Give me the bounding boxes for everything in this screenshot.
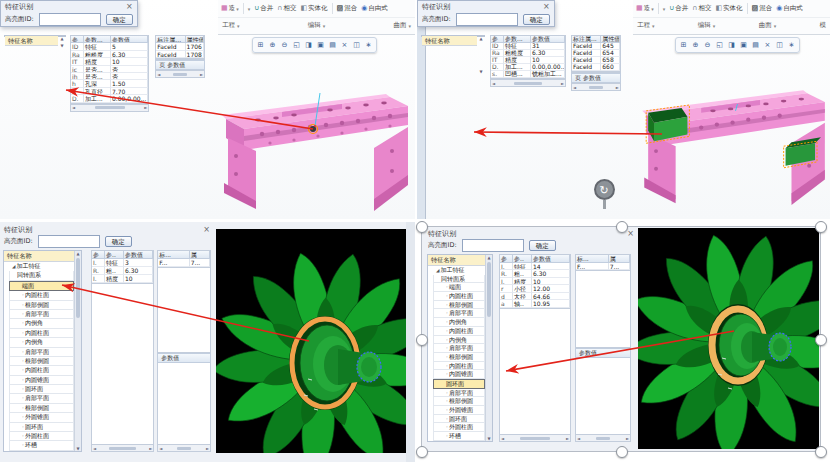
zoom-out-icon[interactable]: ⊖ [279,39,290,51]
tree-item[interactable]: 内圆锥面 [433,370,485,379]
tree-item[interactable]: 内圆柱面 [9,366,74,375]
tree-item[interactable]: 端面 [433,283,485,292]
box-zoom-icon[interactable]: ⊞ [678,39,689,51]
h-scrollbar[interactable]: ◄► [499,435,571,442]
tree-item[interactable]: 肩部平面 [433,344,485,353]
selection-handle[interactable] [416,221,428,233]
saved-views-icon[interactable]: ◨ [726,39,737,51]
tree-item[interactable]: 内圆柱面 [433,292,485,301]
tree-item[interactable]: 肩部平面 [433,389,485,398]
tree-item[interactable]: 圆环面 [433,379,485,389]
pink-part-model[interactable] [222,53,415,216]
tree-item[interactable]: 肩部平面 [9,394,74,403]
tree-item[interactable]: 根部倒圆 [433,353,485,362]
intersect-button[interactable]: ∩相交 [692,4,711,13]
feature-tree[interactable]: 加工特征回转面系端面内圆柱面根部倒圆肩部平面内倒角内圆柱面内倒角肩部平面根部倒圆… [4,262,74,451]
layers-icon[interactable]: ◫ [351,39,362,51]
tree-item[interactable]: 内倒角 [9,338,74,347]
layers-icon[interactable]: ◫ [774,39,785,51]
group-surfaces[interactable]: 曲面▾ [393,21,411,30]
saved-views-icon[interactable]: ◨ [303,39,314,51]
tree-item[interactable]: 根部倒圆 [433,301,485,310]
tree-item[interactable]: 根部倒圆 [9,301,74,310]
selection-handle[interactable] [815,221,827,233]
pink-part-model-pockets[interactable] [642,50,830,210]
ok-button[interactable]: 确定 [106,14,133,25]
csys-icon[interactable]: ∗ [786,39,797,51]
shape-tool[interactable]: ▦造▾ [221,4,239,13]
tree-item[interactable]: 环槽 [433,432,485,441]
3d-viewport[interactable] [638,228,819,449]
tree-scrollbar[interactable]: ▲▼ [74,251,81,451]
refit-icon[interactable]: ◱ [714,39,725,51]
tree-item[interactable]: 外圆锥面 [433,406,485,415]
tree-scrollbar[interactable]: ▲▼ [485,255,492,441]
close-icon[interactable]: × [627,230,634,238]
zoom-in-icon[interactable]: ⊕ [267,39,278,51]
merge-button[interactable]: ∪合并 [254,4,273,13]
solidify-button[interactable]: ◧实体化 [300,4,327,13]
turbine-model[interactable] [638,228,819,449]
group-engineering[interactable]: 工程▾ [222,21,240,30]
tree-item[interactable]: 加工特征 [9,262,74,271]
ok-button[interactable]: 确定 [105,236,132,247]
display-style-icon[interactable]: ▣ [315,39,326,51]
h-scrollbar[interactable]: ◄► [575,435,631,442]
group-editing[interactable]: 编辑▾ [698,21,716,30]
close-icon[interactable]: × [203,226,210,234]
zoom-in-icon[interactable]: ⊕ [690,39,701,51]
tree-item[interactable]: 内圆锥面 [9,376,74,385]
tree-item[interactable]: 内圆柱面 [9,291,74,300]
freestyle-button[interactable]: ◉自由式 [361,4,388,13]
display-style-icon[interactable]: ▣ [738,39,749,51]
tree-item[interactable]: 环槽 [9,441,74,450]
group-editing[interactable]: 编辑▾ [308,21,326,30]
csys-icon[interactable]: ∗ [363,39,374,51]
tree-item[interactable]: 圆环面 [433,415,485,424]
zoom-out-icon[interactable]: ⊖ [702,39,713,51]
h-scrollbar[interactable]: ◄► [70,105,149,112]
tree-item[interactable]: 内圆柱面 [433,362,485,371]
appearance-icon[interactable]: ▤ [327,39,338,51]
group-engineering[interactable]: 工程▾ [637,21,655,30]
tree-item[interactable]: 肩部平面 [9,310,74,319]
feature-tree[interactable]: 加工特征回转面系端面内圆柱面根部倒圆肩部平面内倒角内圆柱面内倒角肩部平面根部倒圆… [428,266,485,441]
shape-tool[interactable]: ▦造▾ [636,4,654,13]
highlight-id-input[interactable] [462,239,524,252]
tree-item[interactable]: 内倒角 [433,318,485,327]
tree-item[interactable]: 肩部平面 [9,348,74,357]
tree-item[interactable]: 外圆锥面 [9,413,74,422]
no-hidden-icon[interactable]: × [762,39,773,51]
appearance-icon[interactable]: ▤ [750,39,761,51]
selection-handle[interactable] [616,446,628,458]
freestyle-button[interactable]: ◉自由式 [776,4,803,13]
intersect-button[interactable]: ∩相交 [277,4,296,13]
h-scrollbar[interactable]: ◄► [155,71,205,78]
selection-handle[interactable] [815,446,827,458]
3d-viewport[interactable] [216,229,406,453]
tree-item[interactable]: 内圆柱面 [9,329,74,338]
highlight-id-input[interactable] [39,13,101,26]
group-overflow[interactable]: 模 [819,21,826,30]
selection-handle[interactable] [616,221,628,233]
selection-handle[interactable] [416,446,428,458]
h-scrollbar[interactable]: ◄► [490,80,566,87]
refit-icon[interactable]: ◱ [291,39,302,51]
tree-item[interactable]: 圆环面 [9,423,74,432]
tree-item[interactable]: 根部倒圆 [433,397,485,406]
ok-button[interactable]: 确定 [523,14,550,25]
tree-item[interactable]: 外圆柱面 [433,423,485,432]
selection-handle[interactable] [416,334,428,346]
h-scrollbar[interactable]: ◄► [157,445,211,452]
tree-item[interactable]: 肩部平面 [433,309,485,318]
tree-item[interactable]: 回转面系 [433,275,485,284]
tree-item[interactable]: 端面 [9,281,74,291]
blend-button[interactable]: ▨混合 [337,4,358,13]
tree-item[interactable]: 回转面系 [9,271,74,280]
tree-item[interactable]: 外圆柱面 [9,432,74,441]
no-hidden-icon[interactable]: × [339,39,350,51]
highlighted-hole[interactable] [310,126,316,132]
merge-button[interactable]: ∪合并 [669,4,688,13]
group-surfaces[interactable]: 曲面▾ [759,21,777,30]
tree-item[interactable]: 根部倒圆 [9,404,74,413]
